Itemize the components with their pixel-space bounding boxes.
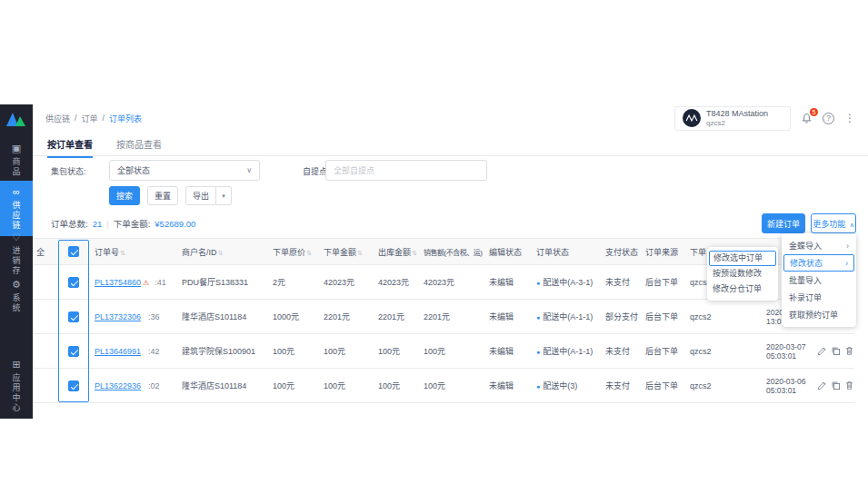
sidebar-item-system[interactable]: ⚙ 系统 <box>0 279 33 313</box>
order-no-cell: PL13622936:02 <box>91 381 178 390</box>
menu-item-fetch-reserved-orders[interactable]: 获取预约订单 <box>782 306 856 323</box>
account-username: qzcs2 <box>706 119 768 128</box>
actions-cell <box>813 346 854 356</box>
column-label: 订单号 <box>95 248 119 257</box>
order-link[interactable]: PL13622936 <box>95 381 141 390</box>
source-cell: 后台下单 <box>642 276 686 288</box>
submenu-item-modify-by-preset[interactable]: 按预设数修改 <box>707 266 778 282</box>
row-checkbox[interactable] <box>68 277 79 288</box>
sidebar-item-label: 供应链 <box>11 201 23 231</box>
menu-item-kingdee-import[interactable]: 金蝶导入 › <box>782 237 856 254</box>
row-checkbox[interactable] <box>68 380 79 391</box>
order-link[interactable]: PL13732306 <box>95 312 141 321</box>
app-logo-icon <box>5 111 26 131</box>
orig-price-cell: 2元 <box>269 276 320 288</box>
pickup-point-input[interactable] <box>325 160 487 181</box>
pay-status-cell: 未支付 <box>602 345 642 357</box>
order-amount-label: 下单金额: <box>114 217 151 230</box>
order-status-cell: ●配送中(3) <box>533 380 602 391</box>
search-button[interactable]: 搜索 <box>109 186 140 205</box>
menu-item-label: 补录订单 <box>789 292 822 303</box>
tab-order-view[interactable]: 按订单查看 <box>47 137 93 151</box>
delete-icon[interactable] <box>844 346 854 356</box>
chevron-right-icon: › <box>846 242 849 251</box>
help-icon[interactable]: ? <box>823 113 834 124</box>
new-order-button[interactable]: 新建订单 <box>762 213 805 233</box>
column-header-sales[interactable]: 销售额(不含税、运) <box>420 247 485 257</box>
app-window: ▣ 商品 ∞ 供应链 ♡ 进销存 ⚙ 系统 ⊞ 应用中心 供应链 / 订单 / <box>0 104 868 419</box>
order-stats: 订单总数: 21 | 下单金额: ¥52689.00 <box>51 217 195 230</box>
package-status-value: 全部状态 <box>117 164 150 176</box>
more-functions-button[interactable]: 更多功能 ∧ <box>811 213 856 233</box>
inventory-icon: ♡ <box>12 232 21 243</box>
export-button[interactable]: 导出 <box>185 186 216 205</box>
order-link[interactable]: PL13646991 <box>95 347 141 356</box>
merchant-cell: 隆华酒店S101184 <box>178 311 269 322</box>
submenu-item-modify-split-warehouse[interactable]: 修改分仓订单 <box>707 282 778 297</box>
breadcrumb-supply-chain[interactable]: 供应链 <box>45 113 70 124</box>
sidebar-item-app-center[interactable]: ⊞ 应用中心 <box>0 359 33 413</box>
breadcrumb-orders[interactable]: 订单 <box>82 113 98 124</box>
sort-icon[interactable]: ⇅ <box>306 250 312 256</box>
column-label: 出库金额 <box>378 248 411 257</box>
order-link[interactable]: PL13754860 <box>95 278 141 287</box>
sort-icon[interactable]: ⇅ <box>412 250 417 256</box>
column-header-outbound[interactable]: 出库金额⇅ <box>374 246 420 258</box>
breadcrumb: 供应链 / 订单 / 订单列表 <box>45 113 142 124</box>
menu-item-modify-status[interactable]: 修改状态 › <box>783 254 854 272</box>
pay-status-cell: 部分支付 <box>602 311 642 322</box>
menu-item-label: 批量导入 <box>789 274 822 286</box>
order-suffix: :36 <box>148 312 160 321</box>
order-total-value: 21 <box>93 219 103 229</box>
edit-status-cell: 未编辑 <box>485 276 533 288</box>
edit-icon[interactable] <box>817 380 827 390</box>
more-options-icon[interactable]: ⋮ <box>844 112 855 124</box>
column-header-order-amount[interactable]: 下单金额⇅ <box>320 246 374 258</box>
delete-icon[interactable] <box>844 380 854 390</box>
sales-cell: 100元 <box>420 345 485 357</box>
column-header-order-no[interactable]: 订单号⇅ <box>91 246 178 258</box>
sort-icon[interactable]: ⇅ <box>357 250 363 256</box>
orig-price-cell: 1000元 <box>269 311 320 322</box>
sort-icon[interactable]: ⇅ <box>120 250 125 256</box>
export-dropdown-icon[interactable]: ▾ <box>216 186 232 205</box>
package-status-select[interactable]: 全部状态 ∨ <box>109 160 260 181</box>
sort-icon[interactable]: ⇅ <box>218 250 224 256</box>
column-header-orig-price[interactable]: 下单原价⇅ <box>269 246 320 258</box>
operator-cell: qzcs2 <box>686 312 763 321</box>
copy-icon[interactable] <box>831 380 841 390</box>
submenu-item-modify-selected[interactable]: 修改选中订单 <box>709 251 776 266</box>
column-header-merchant[interactable]: 商户名/ID⇅ <box>178 246 269 258</box>
source-cell: 后台下单 <box>642 311 686 322</box>
column-header-order-status: 订单状态 <box>533 246 602 258</box>
copy-icon[interactable] <box>831 346 841 356</box>
select-all-checkbox[interactable] <box>68 246 79 257</box>
edit-status-cell: 未编辑 <box>485 345 533 357</box>
row-checkbox[interactable] <box>68 346 79 357</box>
menu-item-batch-import[interactable]: 批量导入 <box>782 272 856 289</box>
table-row: PL13646991:42 建筑学院保S100901 100元 100元 100… <box>33 334 854 369</box>
order-suffix: :02 <box>148 381 160 390</box>
warning-icon: ⚠ <box>143 279 149 287</box>
goods-icon: ▣ <box>12 143 21 154</box>
status-text: 配送中(A-1-1) <box>543 312 593 321</box>
row-checkbox[interactable] <box>68 311 79 322</box>
edit-icon[interactable] <box>817 346 827 356</box>
column-header-source: 订单来源 <box>642 246 686 258</box>
menu-item-supplement-order[interactable]: 补录订单 <box>782 289 856 306</box>
reset-button[interactable]: 重置 <box>147 186 178 205</box>
account-menu[interactable]: T8428 MAstation qzcs2 <box>674 106 791 131</box>
outbound-cell: 100元 <box>374 345 420 357</box>
column-label: 编辑状态 <box>489 248 522 257</box>
table-row: PL13732306:36 隆华酒店S101184 1000元 2201元 22… <box>33 300 854 334</box>
notification-bell-icon[interactable]: 5 <box>801 113 813 124</box>
sidebar-item-inventory[interactable]: ♡ 进销存 <box>0 232 33 276</box>
outbound-cell: 100元 <box>374 380 420 391</box>
tab-product-view[interactable]: 按商品查看 <box>116 137 162 151</box>
sidebar-item-supply-chain[interactable]: ∞ 供应链 <box>0 181 33 236</box>
column-label: 订单来源 <box>645 248 678 257</box>
sidebar-item-goods[interactable]: ▣ 商品 <box>0 143 33 177</box>
sidebar-item-label: 进销存 <box>11 246 23 276</box>
order-status-cell: ●配送中(A-3-1) <box>533 276 602 288</box>
merchant-cell: 隆华酒店S101184 <box>178 380 269 391</box>
